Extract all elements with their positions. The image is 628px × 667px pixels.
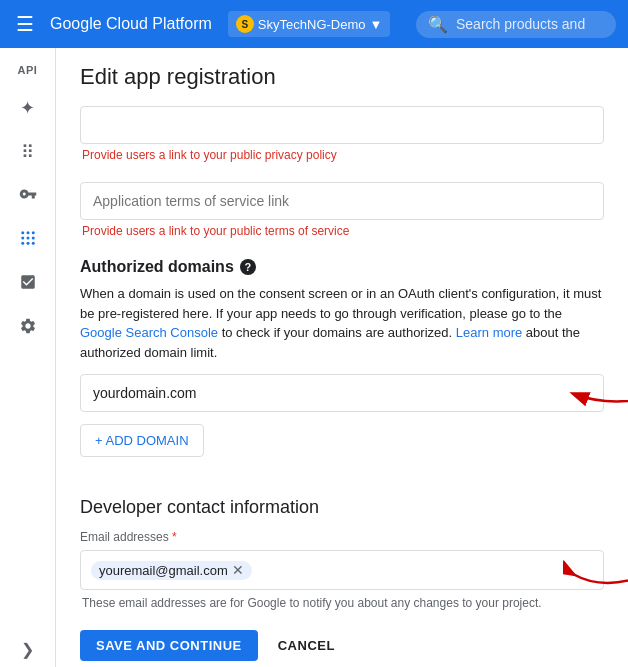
oauth-icon bbox=[19, 229, 37, 252]
authorized-domains-section: Authorized domains ? When a domain is us… bbox=[80, 258, 604, 477]
email-helper-text: These email addresses are for Google to … bbox=[82, 596, 604, 610]
email-tag: youremail@gmail.com ✕ bbox=[91, 561, 252, 580]
svg-point-3 bbox=[21, 236, 24, 239]
svg-point-2 bbox=[31, 231, 34, 234]
email-tag-close-icon[interactable]: ✕ bbox=[232, 563, 244, 577]
sidebar-item-products[interactable]: ✦ bbox=[8, 88, 48, 128]
hamburger-icon[interactable]: ☰ bbox=[12, 8, 38, 40]
domain-input[interactable] bbox=[80, 374, 604, 412]
svg-point-0 bbox=[21, 231, 24, 234]
developer-contact-section: Developer contact information Email addr… bbox=[80, 497, 604, 610]
email-tag-value: youremail@gmail.com bbox=[99, 563, 228, 578]
svg-point-4 bbox=[26, 236, 29, 239]
key-icon bbox=[19, 185, 37, 208]
project-label: SkyTechNG-Demo bbox=[258, 17, 366, 32]
sidebar: API ✦ ⠿ bbox=[0, 48, 56, 667]
required-indicator: * bbox=[172, 530, 177, 544]
action-bar: SAVE AND CONTINUE CANCEL bbox=[80, 630, 604, 661]
top-navigation: ☰ Google Cloud Platform S SkyTechNG-Demo… bbox=[0, 0, 628, 48]
app-layout: API ✦ ⠿ bbox=[0, 48, 628, 667]
svg-point-5 bbox=[31, 236, 34, 239]
svg-point-8 bbox=[31, 241, 34, 244]
domain-input-wrapper bbox=[80, 374, 604, 412]
sidebar-api-label: API bbox=[18, 56, 38, 84]
help-icon[interactable]: ? bbox=[240, 259, 256, 275]
google-search-console-link[interactable]: Google Search Console bbox=[80, 325, 218, 340]
sidebar-expand-icon[interactable]: ❯ bbox=[21, 640, 34, 659]
sidebar-item-verification[interactable] bbox=[8, 264, 48, 304]
privacy-policy-section: Provide users a link to your public priv… bbox=[80, 106, 604, 162]
sidebar-item-dashboard[interactable]: ⠿ bbox=[8, 132, 48, 172]
page-title: Edit app registration bbox=[80, 64, 604, 90]
terms-of-service-section: Provide users a link to your public term… bbox=[80, 182, 604, 238]
authorized-domains-title: Authorized domains ? bbox=[80, 258, 604, 276]
learn-more-link[interactable]: Learn more bbox=[456, 325, 522, 340]
svg-point-6 bbox=[21, 241, 24, 244]
main-content: Edit app registration Provide users a li… bbox=[56, 48, 628, 667]
authorized-domains-description: When a domain is used on the consent scr… bbox=[80, 284, 604, 362]
logo-text: Google Cloud Platform bbox=[50, 15, 212, 33]
grid-icon: ✦ bbox=[20, 97, 35, 119]
project-icon: S bbox=[236, 15, 254, 33]
developer-contact-title: Developer contact information bbox=[80, 497, 604, 518]
save-and-continue-button[interactable]: SAVE AND CONTINUE bbox=[80, 630, 258, 661]
svg-point-1 bbox=[26, 231, 29, 234]
add-domain-button[interactable]: + ADD DOMAIN bbox=[80, 424, 204, 457]
search-placeholder-text: Search products and bbox=[456, 16, 585, 32]
add-domain-label: + ADD DOMAIN bbox=[95, 433, 189, 448]
terms-of-service-input[interactable] bbox=[80, 182, 604, 220]
search-icon: 🔍 bbox=[428, 15, 448, 34]
email-input-wrapper[interactable]: youremail@gmail.com ✕ bbox=[80, 550, 604, 590]
terms-of-service-helper: Provide users a link to your public term… bbox=[82, 224, 604, 238]
search-bar[interactable]: 🔍 Search products and bbox=[416, 11, 616, 38]
sidebar-item-settings[interactable] bbox=[8, 308, 48, 348]
settings-icon bbox=[19, 317, 37, 340]
project-selector[interactable]: S SkyTechNG-Demo ▼ bbox=[228, 11, 391, 37]
project-dropdown-icon: ▼ bbox=[370, 17, 383, 32]
privacy-policy-input[interactable] bbox=[80, 106, 604, 144]
sidebar-item-oauth[interactable] bbox=[8, 220, 48, 260]
email-field-label: Email addresses * bbox=[80, 530, 604, 544]
chart-icon: ⠿ bbox=[21, 141, 34, 163]
privacy-policy-helper: Provide users a link to your public priv… bbox=[82, 148, 604, 162]
svg-point-7 bbox=[26, 241, 29, 244]
cancel-button[interactable]: CANCEL bbox=[274, 630, 339, 661]
sidebar-item-credentials[interactable] bbox=[8, 176, 48, 216]
check-icon bbox=[19, 273, 37, 296]
